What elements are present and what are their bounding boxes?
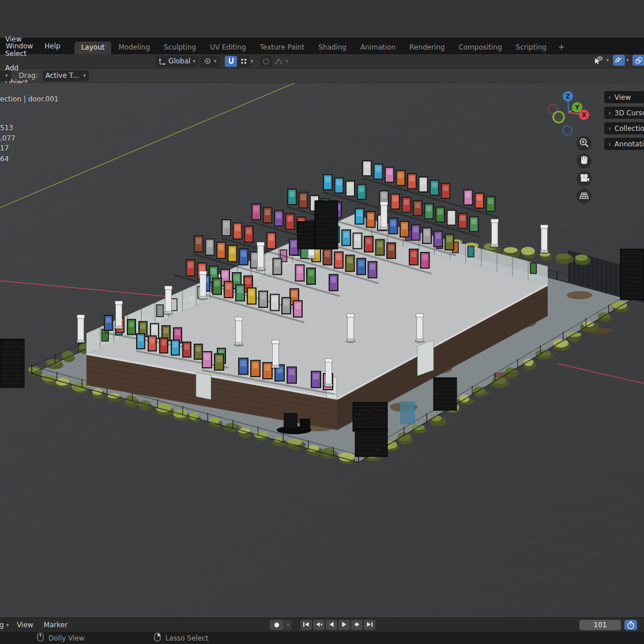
play-forward-icon	[340, 621, 348, 630]
workspace-tab-animation[interactable]: Animation	[353, 42, 402, 54]
sidebar-tab-label: Annotations	[615, 140, 644, 148]
object-visibility-button[interactable]	[593, 55, 605, 66]
viewport-menu-select[interactable]: Select	[0, 47, 33, 61]
jump-to-next-keyframe-button[interactable]	[351, 620, 363, 630]
orthographic-grid-icon	[578, 189, 590, 204]
play-reverse-icon	[327, 621, 336, 630]
show-gizmo-icon	[615, 57, 623, 65]
workspace-tab-scripting[interactable]: Scripting	[509, 42, 553, 54]
play-reverse-button[interactable]	[326, 620, 337, 630]
stat-line: 17	[0, 144, 9, 152]
dropdown-label: g	[0, 621, 4, 629]
camera-view-icon	[578, 172, 590, 186]
snap-magnet-toggle[interactable]	[225, 56, 237, 67]
workspace-tab-layout[interactable]: Layout	[74, 42, 112, 54]
svg-text:Z: Z	[566, 93, 570, 100]
timeline-bar: g▾ViewMarker ▾ 101	[0, 617, 644, 632]
svg-text:X: X	[582, 112, 586, 118]
sidebar-tab-label: 3D Cursor	[615, 109, 644, 117]
blender-window: WindowHelp LayoutModelingSculptingUV Edi…	[0, 0, 644, 644]
workspace-tab-rendering[interactable]: Rendering	[402, 42, 451, 54]
viewport-header: ViewSelectAddObject Global ▾ ▾	[0, 54, 644, 69]
viewport-menus: ViewSelectAddObject	[0, 32, 33, 90]
stat-line: 64	[0, 155, 9, 163]
expand-caret-icon: ›	[608, 93, 611, 101]
falloff-curve-button[interactable]	[273, 56, 285, 67]
statusbar-label: Lasso Select	[165, 634, 209, 642]
play-forward-button[interactable]	[338, 620, 350, 630]
menu-help[interactable]: Help	[39, 38, 66, 54]
snap-settings-button[interactable]	[238, 56, 250, 67]
workspace-tab-sculpting[interactable]: Sculpting	[157, 42, 203, 54]
playback-sync-button[interactable]	[624, 620, 637, 630]
orthographic-grid-button[interactable]	[577, 189, 592, 204]
jump-to-start-button[interactable]	[300, 620, 312, 630]
current-frame-field[interactable]: 101	[579, 620, 621, 630]
pivot-point-dropdown[interactable]: ▾	[201, 56, 220, 67]
active-collection-label: ection | door.001	[0, 95, 59, 103]
frame-number: 101	[594, 621, 607, 629]
chevron-down-icon: ▾	[83, 73, 86, 78]
chevron-down-icon[interactable]: ▾	[626, 58, 629, 63]
transform-orientation-dropdown[interactable]: Global ▾	[155, 56, 198, 67]
pan-hand-button[interactable]	[577, 153, 592, 168]
status-bar: Dolly View Lasso Select	[0, 632, 644, 644]
expand-caret-icon: ›	[608, 125, 611, 133]
zoom-button[interactable]	[577, 136, 592, 151]
workspace-tab-modeling[interactable]: Modeling	[111, 42, 157, 54]
expand-caret-icon: ›	[608, 140, 611, 148]
camera-view-button[interactable]	[577, 171, 592, 186]
add-workspace-button[interactable]: +	[553, 40, 570, 54]
workspace-tab-shading[interactable]: Shading	[311, 42, 353, 54]
snap-settings-icon	[240, 58, 247, 65]
jump-to-end-button[interactable]	[364, 620, 375, 630]
show-gizmo-button[interactable]	[613, 55, 625, 66]
stat-line: 513	[0, 124, 13, 132]
tool-dropdown-cut[interactable]: ▾	[0, 70, 11, 81]
workspace-tab-compositing[interactable]: Compositing	[451, 42, 509, 54]
chevron-down-icon[interactable]: ▾	[606, 58, 609, 63]
navigation-gizmo[interactable]: ZYX	[539, 86, 602, 144]
show-overlays-button[interactable]	[632, 55, 644, 66]
expand-caret-icon: ›	[608, 109, 611, 117]
record-icon	[273, 622, 280, 628]
show-overlays-icon	[635, 57, 643, 65]
svg-text:Y: Y	[574, 104, 579, 111]
chevron-down-icon: ▾	[214, 59, 217, 64]
timeline-menu-marker[interactable]: Marker	[39, 618, 73, 632]
jump-to-prev-keyframe-button[interactable]	[313, 620, 325, 630]
workspace-tab-texture-paint[interactable]: Texture Paint	[253, 42, 311, 54]
sidebar-tab-annotations[interactable]: ›Annotations	[604, 138, 644, 150]
sidebar-tab-view[interactable]: ›View	[604, 91, 644, 103]
keying-options-button[interactable]: ▾	[284, 620, 292, 630]
workspace-tab-uv-editing[interactable]: UV Editing	[203, 42, 253, 54]
chevron-down-icon[interactable]: ▾	[285, 59, 288, 64]
chevron-down-icon[interactable]: ▾	[250, 59, 253, 64]
statusbar-label: Dolly View	[48, 634, 85, 642]
pivot-point-icon	[204, 57, 212, 65]
tool-settings-bar: ▾ Drag: Active T... ▾	[0, 69, 644, 83]
proportional-editing-toggle[interactable]	[260, 56, 272, 67]
sidebar-tab-3d-cursor[interactable]: ›3D Cursor	[604, 107, 644, 119]
proportional-editing-icon	[262, 58, 270, 65]
timeline-menu-view[interactable]: View	[12, 618, 38, 632]
object-visibility-icon	[594, 56, 604, 65]
timeline-keying-dropdown-cut[interactable]: g▾	[0, 620, 12, 631]
pan-hand-icon	[578, 154, 590, 168]
viewport-3d[interactable]: ection | door.001 513 ,077 17 64 ZYX ›Vi…	[0, 83, 644, 617]
workspace-tabs: LayoutModelingSculptingUV EditingTexture…	[74, 38, 570, 54]
sidebar-tab-label: View	[615, 93, 631, 101]
sidebar-tab-label: Collections	[615, 125, 644, 133]
chevron-down-icon: ▾	[287, 623, 289, 628]
transform-orientation-icon	[158, 57, 166, 65]
statusbar-item-dolly-view: Dolly View	[37, 632, 85, 643]
zoom-icon	[578, 137, 590, 151]
drag-mode-dropdown[interactable]: Active T... ▾	[43, 70, 89, 81]
scene-canvas[interactable]	[0, 83, 644, 617]
topbar: WindowHelp LayoutModelingSculptingUV Edi…	[0, 38, 644, 54]
auto-keying-button[interactable]	[270, 620, 284, 630]
sidebar-tab-collections[interactable]: ›Collections	[604, 122, 644, 134]
mouse-right-icon	[154, 632, 161, 643]
viewport-menu-view[interactable]: View	[0, 32, 33, 47]
jump-to-prev-keyframe-icon	[315, 621, 323, 630]
